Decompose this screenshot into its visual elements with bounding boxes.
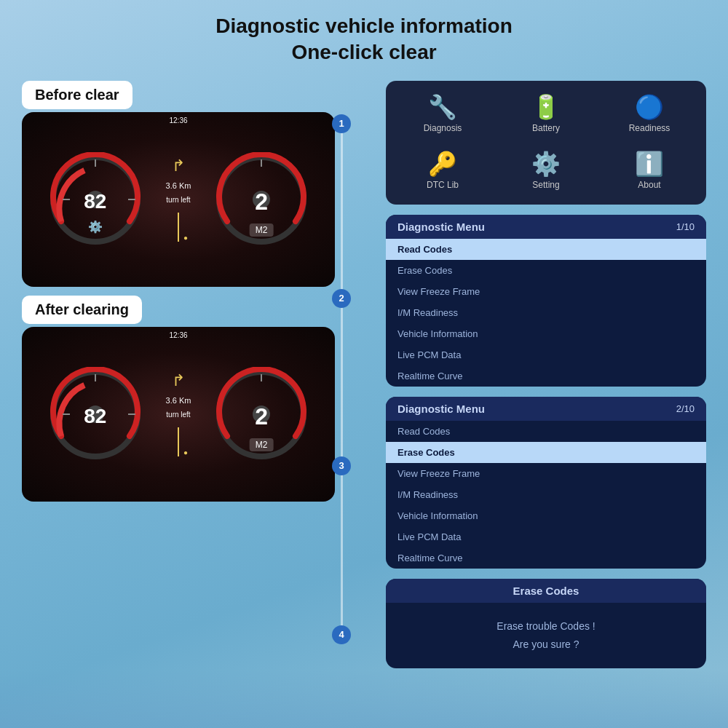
page-title: Diagnostic vehicle information One-click… — [0, 0, 728, 74]
erase-body: Erase trouble Codes ! Are you sure ? — [386, 603, 706, 668]
diag-page-2: 2/10 — [676, 403, 695, 414]
nav-before: ↱ 3.6 Km turn left ● — [166, 157, 191, 242]
icon-readiness[interactable]: 🔵 Readiness — [600, 88, 699, 141]
erase-header: Erase Codes — [386, 579, 706, 603]
diag-item-2-2[interactable]: View Freeze Frame — [386, 463, 706, 484]
diag-item-2-6[interactable]: Realtime Curve — [386, 547, 706, 569]
erase-line2: Are you sure ? — [397, 636, 695, 654]
diag-header-1: Diagnostic Menu 1/10 — [386, 215, 706, 239]
before-clear-section: Before clear 12:36 — [22, 81, 335, 287]
dtclib-icon: 🔑 — [428, 152, 457, 175]
diag-item-1-4[interactable]: Vehicle Information — [386, 323, 706, 344]
battery-label: Battery — [532, 123, 560, 133]
main-icon-grid: 🔧 Diagnosis 🔋 Battery 🔵 Readiness 🔑 DTC … — [386, 81, 706, 205]
diag-item-1-5[interactable]: Live PCM Data — [386, 344, 706, 365]
battery-icon: 🔋 — [531, 95, 561, 119]
icon-setting[interactable]: ⚙️ Setting — [496, 145, 596, 197]
rpm-value-before: 2 — [255, 189, 268, 215]
setting-label: Setting — [532, 180, 559, 190]
warning-icon-before: ⚙️ — [88, 220, 103, 234]
icon-battery[interactable]: 🔋 Battery — [496, 88, 596, 141]
left-column: Before clear 12:36 — [22, 81, 335, 668]
rpm-gauge-after: 2 M2 — [214, 367, 309, 462]
diag-header-2: Diagnostic Menu 2/10 — [386, 397, 706, 421]
diag-item-1-1[interactable]: Erase Codes — [386, 260, 706, 281]
after-clear-section: After clearing 12:36 — [22, 296, 335, 502]
bottom-blur — [0, 670, 728, 728]
diag-panel-2: Diagnostic Menu 2/10 Read Codes Erase Co… — [386, 397, 706, 569]
diagnosis-label: Diagnosis — [424, 123, 462, 133]
after-clear-label: After clearing — [22, 296, 142, 324]
dashboard-time-before: 12:36 — [169, 116, 187, 124]
icon-diagnosis[interactable]: 🔧 Diagnosis — [393, 88, 492, 141]
diag-item-2-0[interactable]: Read Codes — [386, 421, 706, 442]
connector-line — [341, 116, 343, 640]
diag-item-1-0[interactable]: Read Codes — [386, 239, 706, 260]
erase-line1: Erase trouble Codes ! — [397, 617, 695, 636]
diag-item-2-3[interactable]: I/M Readiness — [386, 484, 706, 505]
m2-label-after: M2 — [250, 438, 274, 451]
diag-title-1: Diagnostic Menu — [397, 221, 485, 233]
diagnosis-icon: 🔧 — [428, 95, 457, 119]
erase-panel: Erase Codes Erase trouble Codes ! Are yo… — [386, 579, 706, 668]
about-label: About — [638, 180, 660, 190]
diag-item-1-6[interactable]: Realtime Curve — [386, 365, 706, 387]
diag-item-1-2[interactable]: View Freeze Frame — [386, 281, 706, 302]
m2-label-before: M2 — [250, 223, 274, 237]
step-1: 1 — [332, 114, 351, 133]
icon-about[interactable]: ℹ️ About — [600, 145, 699, 197]
step-3: 3 — [332, 456, 351, 475]
diag-title-2: Diagnostic Menu — [397, 403, 485, 415]
step-4: 4 — [332, 625, 351, 644]
dashboard-time-after: 12:36 — [169, 331, 187, 339]
before-dashboard: 12:36 82 — [22, 112, 335, 287]
readiness-label: Readiness — [629, 123, 670, 133]
diag-page-1: 1/10 — [676, 221, 695, 232]
setting-icon: ⚙️ — [531, 152, 561, 175]
diag-item-2-5[interactable]: Live PCM Data — [386, 526, 706, 547]
speed-value-after: 82 — [84, 405, 106, 428]
rpm-gauge-before: 2 M2 — [214, 152, 309, 247]
dtclib-label: DTC Lib — [427, 180, 459, 190]
rpm-value-after: 2 — [255, 403, 268, 430]
speedometer-before: 82 ⚙️ — [48, 152, 143, 247]
before-clear-label: Before clear — [22, 81, 132, 109]
diag-panel-1: Diagnostic Menu 1/10 Read Codes Erase Co… — [386, 215, 706, 387]
diag-item-1-3[interactable]: I/M Readiness — [386, 302, 706, 323]
diag-item-2-4[interactable]: Vehicle Information — [386, 505, 706, 526]
erase-title: Erase Codes — [397, 585, 695, 597]
icon-dtclib[interactable]: 🔑 DTC Lib — [393, 145, 492, 197]
nav-after: ↱ 3.6 Km turn left ● — [166, 371, 191, 456]
about-icon: ℹ️ — [635, 152, 664, 175]
step-2: 2 — [332, 289, 351, 308]
readiness-icon: 🔵 — [635, 95, 664, 119]
diag-item-2-1[interactable]: Erase Codes — [386, 442, 706, 463]
speed-value-before: 82 — [84, 190, 106, 213]
speedometer-after: 82 — [48, 367, 143, 462]
right-column: 🔧 Diagnosis 🔋 Battery 🔵 Readiness 🔑 DTC … — [386, 81, 706, 668]
after-dashboard: 12:36 82 — [22, 327, 335, 502]
